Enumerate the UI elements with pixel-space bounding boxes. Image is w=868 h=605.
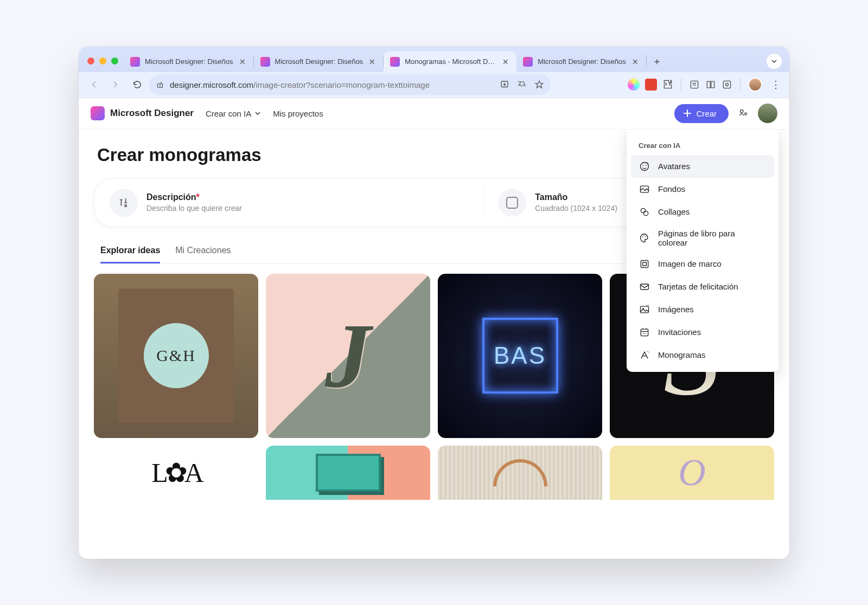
tab-4[interactable]: Microsoft Designer: Diseños ✕: [516, 52, 646, 72]
palette-icon: [639, 232, 650, 244]
brand[interactable]: Microsoft Designer: [91, 106, 194, 120]
close-tab-icon[interactable]: ✕: [238, 57, 247, 66]
favicon: [260, 57, 270, 67]
tabs: Microsoft Designer: Diseños ✕ Microsoft …: [124, 47, 784, 72]
monogram-icon: [639, 349, 650, 361]
calendar-icon: [639, 326, 650, 338]
idea-card[interactable]: [438, 446, 602, 500]
dropdown-item-invitations[interactable]: Invitaciones: [631, 321, 774, 344]
extensions-menu-icon[interactable]: [662, 79, 673, 90]
idea-card[interactable]: G&H: [94, 274, 258, 438]
idea-card[interactable]: [266, 446, 430, 500]
svg-rect-17: [641, 260, 648, 267]
dropdown-item-fondos[interactable]: Fondos: [631, 178, 774, 201]
tab-title: Microsoft Designer: Diseños: [538, 57, 626, 66]
reload-button[interactable]: [127, 75, 147, 94]
tabs-overflow-button[interactable]: [767, 54, 782, 69]
svg-point-23: [643, 332, 644, 333]
profile-avatar[interactable]: [748, 78, 762, 92]
back-button[interactable]: [84, 75, 104, 94]
tab-2[interactable]: Microsoft Designer: Diseños ✕: [254, 52, 384, 72]
user-avatar[interactable]: [758, 104, 777, 123]
close-tab-icon[interactable]: ✕: [501, 57, 510, 66]
tab-title: Monogramas - Microsoft Designer: [405, 57, 496, 66]
reading-list-icon[interactable]: [689, 79, 700, 90]
forward-button[interactable]: [106, 75, 125, 94]
svg-point-12: [641, 208, 645, 213]
url: designer.microsoft.com/image-creator?sce…: [170, 80, 430, 89]
new-tab-button[interactable]: ＋: [649, 53, 665, 69]
address-bar[interactable]: designer.microsoft.com/image-creator?sce…: [149, 74, 551, 95]
dropdown-item-frame[interactable]: Imagen de marco: [631, 253, 774, 275]
tab-my-creations[interactable]: Mi Creaciones: [175, 246, 231, 263]
svg-point-13: [643, 211, 648, 215]
background-icon: [639, 183, 650, 195]
close-tab-icon[interactable]: ✕: [368, 57, 376, 66]
tab-strip: Microsoft Designer: Diseños ✕ Microsoft …: [79, 47, 789, 72]
tab-3-active[interactable]: Monogramas - Microsoft Designer ✕: [384, 52, 516, 72]
dropdown-item-images[interactable]: Imágenes: [631, 298, 774, 321]
svg-point-15: [643, 235, 644, 236]
browser-toolbar: designer.microsoft.com/image-creator?sce…: [79, 72, 789, 98]
idea-card[interactable]: BAS: [438, 274, 602, 438]
svg-point-24: [644, 332, 646, 333]
svg-rect-18: [643, 262, 647, 266]
svg-rect-22: [641, 329, 648, 336]
svg-rect-3: [691, 81, 698, 88]
dropdown-item-collages[interactable]: Collages: [631, 201, 774, 223]
browser-menu-icon[interactable]: ⋮: [768, 79, 784, 91]
dropdown-item-coloring[interactable]: Páginas de libro para colorear: [631, 223, 774, 253]
tab-1[interactable]: Microsoft Designer: Diseños ✕: [124, 52, 253, 72]
svg-rect-19: [641, 284, 649, 289]
translate-icon[interactable]: [517, 80, 527, 89]
close-tab-icon[interactable]: ✕: [631, 57, 640, 66]
plus-icon: [683, 109, 692, 118]
description-field[interactable]: Descripción* Describa lo que quiere crea…: [146, 192, 242, 213]
window-controls: [84, 57, 124, 72]
site-info-icon[interactable]: [156, 80, 164, 89]
brand-logo: [91, 106, 105, 120]
tab-title: Microsoft Designer: Diseños: [145, 57, 233, 66]
chevron-down-icon: [254, 110, 261, 117]
svg-point-1: [159, 85, 161, 86]
description-icon: [110, 189, 138, 217]
envelope-icon: [639, 281, 650, 293]
svg-point-8: [641, 162, 649, 170]
app-header: Microsoft Designer Crear con IA Mis proy…: [79, 98, 789, 130]
install-app-icon[interactable]: [500, 80, 509, 89]
svg-point-16: [646, 236, 647, 237]
avatar-icon: [639, 160, 650, 172]
svg-point-6: [741, 110, 744, 113]
lens-icon[interactable]: [722, 79, 732, 90]
bookmark-icon[interactable]: [534, 80, 544, 89]
create-button[interactable]: Crear: [674, 104, 729, 123]
nav-my-projects[interactable]: Mis proyectos: [273, 109, 323, 118]
idea-card[interactable]: O: [610, 446, 774, 500]
minimize-window[interactable]: [99, 57, 106, 65]
reader-mode-icon[interactable]: [705, 79, 716, 90]
tab-title: Microsoft Designer: Diseños: [275, 57, 363, 66]
dropdown-item-avatares[interactable]: Avatares: [631, 155, 774, 178]
dropdown-header: Crear con IA: [631, 138, 774, 155]
dropdown-item-monograms[interactable]: Monogramas: [631, 344, 774, 366]
frame-icon: [639, 258, 650, 270]
size-selector[interactable]: Tamaño Cuadrado (1024 x 1024): [535, 192, 617, 213]
idea-card[interactable]: L✿A: [94, 446, 258, 500]
browser-window: Microsoft Designer: Diseños ✕ Microsoft …: [79, 47, 789, 559]
favicon: [523, 57, 533, 67]
image-icon: [639, 304, 650, 316]
collage-icon: [639, 206, 650, 218]
share-icon[interactable]: [737, 107, 749, 119]
dropdown-item-cards[interactable]: Tarjetas de felicitación: [631, 275, 774, 298]
nav-create-ai[interactable]: Crear con IA: [206, 109, 261, 118]
idea-card[interactable]: J: [266, 274, 430, 438]
close-window[interactable]: [87, 57, 94, 65]
svg-point-14: [642, 236, 643, 237]
tab-explore[interactable]: Explorar ideas: [100, 246, 160, 263]
brand-name: Microsoft Designer: [110, 108, 194, 119]
description-placeholder: Describa lo que quiere crear: [146, 204, 242, 213]
extension-icon[interactable]: [628, 79, 640, 91]
maximize-window[interactable]: [111, 57, 118, 65]
svg-point-7: [745, 113, 747, 115]
extension-icon[interactable]: [645, 79, 657, 91]
